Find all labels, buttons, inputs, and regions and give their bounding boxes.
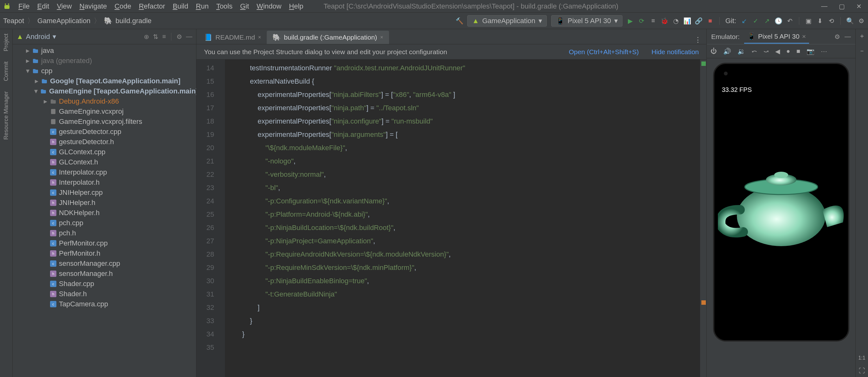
- tree-node[interactable]: ▸java (generated): [13, 56, 196, 66]
- rail-commit[interactable]: Commit: [3, 60, 9, 83]
- sync-icon[interactable]: ⟲: [828, 18, 835, 24]
- banner-hide-link[interactable]: Hide notification: [652, 48, 699, 56]
- tree-node[interactable]: csensorManager.cpp: [13, 258, 196, 269]
- tree-node[interactable]: ▾cpp: [13, 66, 196, 76]
- tree-node[interactable]: hNDKHelper.h: [13, 208, 196, 218]
- back-icon[interactable]: ◀: [775, 48, 780, 55]
- rotate-right-icon[interactable]: ⤻: [764, 48, 769, 55]
- tree-node[interactable]: cShader.cpp: [13, 279, 196, 289]
- maximize-icon[interactable]: ▢: [839, 3, 845, 10]
- tree-node[interactable]: GameEngine.vcxproj.filters: [13, 117, 196, 127]
- menu-tools[interactable]: Tools: [216, 2, 232, 10]
- tree-node[interactable]: ▸Google [Teapot.GameApplication.main]: [13, 76, 196, 86]
- tree-arrow-icon[interactable]: ▸: [43, 97, 48, 105]
- rotate-left-icon[interactable]: ⤺: [752, 48, 757, 55]
- rail-resource-manager[interactable]: Resource Manager: [3, 89, 9, 142]
- tree-node[interactable]: hJNIHelper.h: [13, 198, 196, 208]
- gear-icon[interactable]: ⚙: [177, 33, 182, 40]
- hide-icon[interactable]: —: [186, 33, 192, 40]
- zoom-in-icon[interactable]: ＋: [859, 32, 865, 40]
- editor-tab[interactable]: 📘README.md×: [198, 31, 267, 44]
- menu-refactor[interactable]: Refactor: [139, 2, 165, 10]
- menu-build[interactable]: Build: [173, 2, 188, 10]
- coverage-icon[interactable]: ◔: [673, 18, 680, 24]
- tree-node[interactable]: cTapCamera.cpp: [13, 299, 196, 309]
- device-selector[interactable]: 📱 Pixel 5 API 30 ▾: [551, 15, 622, 27]
- screenshot-icon[interactable]: 📷: [807, 48, 814, 55]
- tree-arrow-icon[interactable]: ▸: [34, 77, 39, 85]
- close-icon[interactable]: ×: [380, 34, 383, 40]
- tree-node[interactable]: cJNIHelper.cpp: [13, 188, 196, 198]
- tree-node[interactable]: hInterpolator.h: [13, 178, 196, 188]
- editor-tab[interactable]: 🐘build.gradle (:GameApplication)×: [267, 31, 389, 44]
- git-history-icon[interactable]: 🕓: [775, 18, 782, 24]
- tree-arrow-icon[interactable]: ▸: [25, 46, 30, 55]
- tree-node[interactable]: cgestureDetector.cpp: [13, 127, 196, 137]
- menu-git[interactable]: Git: [240, 2, 249, 10]
- menu-code[interactable]: Code: [115, 2, 131, 10]
- stop-icon[interactable]: ■: [707, 18, 714, 24]
- more-icon[interactable]: ⋯: [821, 48, 827, 55]
- fold-column[interactable]: [219, 60, 225, 377]
- tree-node[interactable]: hgestureDetector.h: [13, 137, 196, 147]
- fit-screen-icon[interactable]: ⛶: [859, 367, 865, 374]
- tree-node[interactable]: cInterpolator.cpp: [13, 167, 196, 178]
- tree-node[interactable]: ▸java: [13, 45, 196, 56]
- tree-node[interactable]: cpch.cpp: [13, 218, 196, 228]
- menu-view[interactable]: View: [57, 2, 71, 10]
- close-icon[interactable]: ×: [258, 34, 261, 40]
- expand-all-icon[interactable]: ⇅: [153, 33, 158, 40]
- git-pull-icon[interactable]: ↙: [741, 18, 748, 24]
- hide-icon[interactable]: —: [844, 33, 851, 40]
- emulator-screen[interactable]: 33.32 FPS: [713, 63, 849, 342]
- breadcrumb-item[interactable]: build.gradle: [116, 17, 152, 25]
- tree-node[interactable]: hsensorManager.h: [13, 269, 196, 279]
- code-editor[interactable]: testInstrumentationRunner "androidx.test…: [225, 60, 700, 377]
- gear-icon[interactable]: ⚙: [834, 33, 840, 40]
- tab-more-icon[interactable]: ⋮: [691, 36, 705, 44]
- run-config-selector[interactable]: ▲ GameApplication ▾: [467, 15, 547, 27]
- tree-arrow-icon[interactable]: ▾: [25, 67, 30, 75]
- tree-node[interactable]: ▾GameEngine [Teapot.GameApplication.main…: [13, 86, 196, 96]
- tree-node[interactable]: hPerfMonitor.h: [13, 248, 196, 258]
- git-push-icon[interactable]: ↗: [764, 18, 770, 24]
- attach-debugger-icon[interactable]: 🔗: [695, 18, 702, 24]
- tree-node[interactable]: hGLContext.h: [13, 157, 196, 167]
- zoom-ratio[interactable]: 1:1: [858, 355, 865, 361]
- tree-node[interactable]: hShader.h: [13, 289, 196, 299]
- menu-help[interactable]: Help: [289, 2, 303, 10]
- run-icon[interactable]: ▶: [627, 18, 634, 24]
- minimize-icon[interactable]: —: [821, 3, 828, 10]
- tree-arrow-icon[interactable]: ▾: [34, 87, 38, 95]
- close-icon[interactable]: ×: [802, 33, 806, 40]
- profile-icon[interactable]: 📊: [684, 18, 691, 24]
- rail-project[interactable]: Project: [3, 32, 9, 53]
- home-icon[interactable]: ●: [786, 48, 790, 55]
- overview-icon[interactable]: ■: [797, 48, 800, 55]
- project-view-selector[interactable]: ▲ Android ▾: [17, 33, 56, 41]
- banner-open-link[interactable]: Open (Ctrl+Alt+Shift+S): [569, 48, 639, 56]
- search-icon[interactable]: 🔍: [846, 18, 854, 24]
- menu-file[interactable]: File: [19, 2, 29, 10]
- menu-edit[interactable]: Edit: [37, 2, 49, 10]
- zoom-out-icon[interactable]: －: [859, 46, 865, 55]
- git-revert-icon[interactable]: ↶: [786, 18, 793, 24]
- tree-node[interactable]: GameEngine.vcxproj: [13, 106, 196, 117]
- volume-down-icon[interactable]: 🔉: [738, 48, 745, 55]
- tree-arrow-icon[interactable]: ▸: [25, 57, 30, 65]
- volume-up-icon[interactable]: 🔊: [723, 48, 731, 55]
- line-number-gutter[interactable]: 1415161718192021222324252627282930313233…: [196, 60, 219, 377]
- breadcrumb-item[interactable]: Teapot: [3, 17, 24, 25]
- apply-changes-icon[interactable]: ≡: [650, 18, 657, 24]
- rerun-icon[interactable]: ⟳: [638, 18, 645, 24]
- tree-node[interactable]: ▸Debug.Android-x86: [13, 96, 196, 106]
- menu-window[interactable]: Window: [257, 2, 281, 10]
- power-icon[interactable]: ⏻: [711, 48, 717, 55]
- avd-manager-icon[interactable]: ▣: [805, 18, 812, 24]
- tree-node[interactable]: cGLContext.cpp: [13, 147, 196, 157]
- tree-node[interactable]: cPerfMonitor.cpp: [13, 238, 196, 248]
- git-commit-icon[interactable]: ✓: [752, 18, 759, 24]
- emulator-device-tab[interactable]: 📱 Pixel 5 API 30 ×: [744, 29, 809, 44]
- select-opened-file-icon[interactable]: ⊕: [144, 33, 149, 40]
- tree-node[interactable]: hpch.h: [13, 228, 196, 238]
